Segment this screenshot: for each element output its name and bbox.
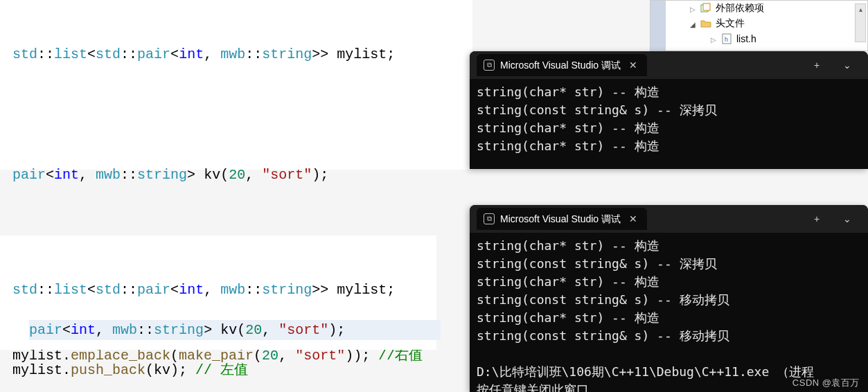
folder-icon: [700, 18, 711, 29]
tree-item-file[interactable]: h list.h: [650, 31, 867, 46]
references-icon: [700, 3, 711, 14]
console-titlebar[interactable]: ⧉ Microsoft Visual Studio 调试 ✕ + ⌄: [470, 51, 868, 79]
close-icon[interactable]: ✕: [629, 56, 637, 74]
code-line: std::list<std::pair<int, mwb::string>> m…: [12, 280, 424, 300]
console-titlebar[interactable]: ⧉ Microsoft Visual Studio 调试 ✕ + ⌄: [470, 205, 868, 233]
chevron-down-icon[interactable]: [689, 18, 696, 29]
console-title: Microsoft Visual Studio 调试: [500, 56, 621, 74]
console-tab[interactable]: ⧉ Microsoft Visual Studio 调试 ✕: [477, 208, 647, 230]
debug-console-bottom: ⧉ Microsoft Visual Studio 调试 ✕ + ⌄ strin…: [470, 205, 868, 392]
tab-menu-button[interactable]: ⌄: [833, 208, 861, 229]
tree-item-external-deps[interactable]: 外部依赖项: [650, 1, 867, 16]
close-icon[interactable]: ✕: [629, 210, 637, 228]
code-editor-top: std::list<std::pair<int, mwb::string>> m…: [0, 0, 472, 170]
code-editor-bottom: std::list<std::pair<int, mwb::string>> m…: [0, 235, 436, 350]
code-line: std::list<std::pair<int, mwb::string>> m…: [12, 44, 460, 64]
scroll-up-icon[interactable]: ▴: [856, 4, 865, 15]
svg-rect-1: [703, 3, 710, 10]
chevron-right-icon[interactable]: [710, 33, 717, 44]
tab-menu-button[interactable]: ⌄: [833, 55, 861, 75]
terminal-icon: ⧉: [484, 213, 495, 224]
scrollbar[interactable]: ▴: [855, 3, 866, 42]
console-output: string(char* str) -- 构造string(const stri…: [470, 233, 868, 392]
new-tab-button[interactable]: +: [803, 55, 831, 75]
tree-label: 头文件: [716, 17, 745, 30]
console-tab[interactable]: ⧉ Microsoft Visual Studio 调试 ✕: [477, 54, 647, 76]
code-line: mylist.push_back(kv); // 左值: [12, 360, 424, 380]
tree-label: 外部依赖项: [716, 2, 764, 15]
h-file-icon: h: [721, 33, 732, 44]
code-line-highlight: pair<int, mwb::string> kv(20, "sort");: [29, 320, 441, 340]
solution-explorer-gutter: [650, 1, 666, 51]
watermark: CSDN @袁百万: [792, 377, 860, 389]
tree-item-header-files[interactable]: 头文件: [650, 16, 867, 31]
code-line: pair<int, mwb::string> kv(20, "sort");: [12, 165, 460, 185]
terminal-icon: ⧉: [484, 60, 495, 71]
new-tab-button[interactable]: +: [803, 208, 831, 229]
solution-explorer: 外部依赖项 头文件 h list.h ▴: [650, 0, 868, 51]
svg-text:h: h: [725, 36, 728, 43]
chevron-right-icon[interactable]: [689, 3, 696, 14]
debug-console-top: ⧉ Microsoft Visual Studio 调试 ✕ + ⌄ strin…: [470, 51, 868, 169]
tree-label: list.h: [736, 33, 756, 44]
console-title: Microsoft Visual Studio 调试: [500, 210, 621, 228]
console-output: string(char* str) -- 构造string(const stri…: [470, 79, 868, 159]
code-line: [12, 105, 460, 125]
